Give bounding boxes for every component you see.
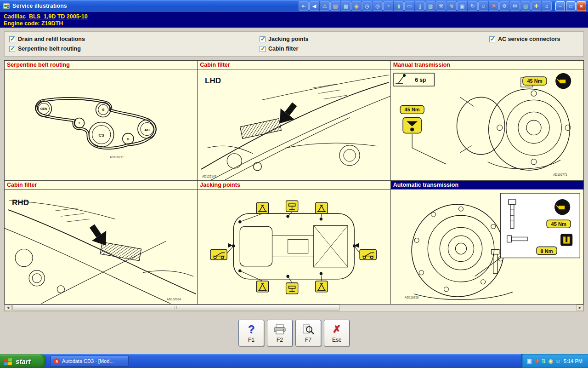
scrollbar-track[interactable] xyxy=(11,305,577,311)
belt-diagram: GEN G T CS G AC AD100771 xyxy=(5,69,197,180)
filter-ac-service-connectors[interactable]: AC service connectors xyxy=(489,36,579,42)
volume-icon[interactable]: ◉ xyxy=(548,358,553,364)
plus-icon[interactable]: ✚ xyxy=(531,1,541,11)
flag-icon[interactable]: ⚑ xyxy=(489,1,499,11)
filter-label: Jacking points xyxy=(268,36,309,42)
shield-icon[interactable]: ✚ xyxy=(534,358,539,364)
filter-label: Cabin filter xyxy=(268,46,298,52)
filter-cabin-filter[interactable]: Cabin filter xyxy=(260,46,489,52)
torque-badge: 8 Nm xyxy=(540,248,553,254)
start-label: start xyxy=(16,357,31,365)
filter-jacking-points[interactable]: Jacking points xyxy=(260,36,489,42)
checkbox-icon[interactable] xyxy=(9,36,15,42)
panel-title: Automatic transmission xyxy=(391,181,583,190)
panel-automatic-transmission[interactable]: Automatic transmission xyxy=(391,181,583,304)
title-bar: Service illustrations ⇤◀⚠▤▦◉◷◎◔▮▭▯▥⚒↯▣↻☺… xyxy=(0,0,588,12)
document-icon[interactable]: ▯ xyxy=(415,1,425,11)
cabin-filter-rhd-illustration[interactable]: RHD xyxy=(5,190,197,304)
windows-flag-icon xyxy=(4,357,13,365)
pulley-label-cs: CS xyxy=(98,133,104,138)
torque-badge: 45 Nm xyxy=(527,78,542,84)
cabin-filter-lhd-illustration[interactable]: LHD xyxy=(198,69,390,180)
gauge-icon[interactable]: ◷ xyxy=(362,1,372,11)
jacking-points-illustration[interactable] xyxy=(198,190,390,304)
panel-title: Manual transmission xyxy=(391,61,583,69)
autodata-icon: a xyxy=(54,358,60,364)
windows-taskbar: start a Autodata CD3 - [Mod... ▣✚⇅◉☺ 5:1… xyxy=(0,354,588,368)
wheel-icon[interactable]: ◎ xyxy=(373,1,383,11)
illustration-code: AD100771 xyxy=(110,155,124,159)
illustration-code: AD100094 xyxy=(167,298,181,301)
pulley-label-t: T xyxy=(78,121,80,125)
scroll-left-button[interactable]: ◀ xyxy=(5,305,11,311)
messenger-icon[interactable]: ☺ xyxy=(555,358,561,364)
wiring-icon[interactable]: ↯ xyxy=(447,1,457,11)
system-tray: ▣✚⇅◉☺ 5:14 PM xyxy=(521,354,588,368)
pulley-label-ac: AC xyxy=(144,128,150,132)
panel-serpentine-belt-routing[interactable]: Serpentine belt routing xyxy=(5,61,197,180)
mail-icon[interactable]: ✉ xyxy=(510,1,520,11)
illustration-filter-bar: Drain and refill locations Serpentine be… xyxy=(4,31,584,57)
minimize-button[interactable]: ─ xyxy=(555,1,565,11)
manuals-icon[interactable]: ▤ xyxy=(330,1,340,11)
nav-first-icon[interactable]: ⇤ xyxy=(299,1,309,11)
automatic-transmission-illustration[interactable]: 45 Nm 8 Nm AD116956 xyxy=(391,190,583,304)
network-icon[interactable]: ⇅ xyxy=(541,358,546,364)
maximize-button[interactable]: □ xyxy=(566,1,576,11)
filter-label: Serpentine belt routing xyxy=(18,46,81,52)
variant-label: RHD xyxy=(12,198,29,207)
zoom-f7-button[interactable]: F7 xyxy=(295,320,321,346)
gears-icon[interactable]: ⚙ xyxy=(499,1,509,11)
function-key-bar: ? F1 F2 F7 xyxy=(0,311,588,354)
clock: 5:14 PM xyxy=(564,358,582,364)
warning-triangle-icon[interactable]: ⚠ xyxy=(320,1,330,11)
belt-illustration[interactable]: GEN G T CS G AC AD100771 xyxy=(5,69,197,180)
checkbox-icon[interactable] xyxy=(9,46,15,52)
illustration-icon[interactable]: ▦ xyxy=(341,1,351,11)
escape-button[interactable]: ✗ Esc xyxy=(324,320,350,346)
checkbox-icon[interactable] xyxy=(489,36,495,42)
panel-cabin-filter-lhd[interactable]: Cabin filter LHD xyxy=(198,61,390,180)
chip-icon[interactable]: ▤ xyxy=(520,1,531,11)
key-label: F1 xyxy=(248,337,254,343)
display-icon[interactable]: ▣ xyxy=(527,358,532,364)
taskbar-item-autodata[interactable]: a Autodata CD3 - [Mod... xyxy=(51,356,129,367)
user-icon[interactable]: ☺ xyxy=(478,1,488,11)
panel-title: Jacking points xyxy=(198,181,390,190)
horizontal-scrollbar[interactable]: ◀ ▶ xyxy=(4,305,584,311)
filter-serpentine-belt[interactable]: Serpentine belt routing xyxy=(9,46,260,52)
nav-back-icon[interactable]: ◀ xyxy=(309,1,319,11)
clock-icon[interactable]: ◔ xyxy=(383,1,393,11)
tools-icon[interactable]: ⚒ xyxy=(436,1,446,11)
engine-icon[interactable]: ▭ xyxy=(404,1,414,11)
close-button[interactable]: ✕ xyxy=(577,1,586,11)
service-illustrations-window: Service illustrations ⇤◀⚠▤▦◉◷◎◔▮▭▯▥⚒↯▣↻☺… xyxy=(0,0,588,368)
home-icon[interactable]: ⌂ xyxy=(542,1,552,11)
panel-manual-transmission[interactable]: Manual transmission 6 sp xyxy=(391,61,583,180)
monitor-icon[interactable]: ▣ xyxy=(457,1,467,11)
checkbox-icon[interactable] xyxy=(260,46,266,52)
filter-drain-and-refill[interactable]: Drain and refill locations xyxy=(9,36,260,42)
print-f2-button[interactable]: F2 xyxy=(267,320,293,346)
filter-label: Drain and refill locations xyxy=(18,36,85,42)
battery-icon[interactable]: ▮ xyxy=(394,1,404,11)
vehicle-model: Cadillac BLS 1,9D TD 2005-10 xyxy=(4,13,584,20)
help-f1-button[interactable]: ? F1 xyxy=(238,320,264,346)
manual-transmission-illustration[interactable]: 6 sp 45 Nm xyxy=(391,69,583,180)
illustration-code: AD116956 xyxy=(405,296,419,299)
pulley-label-g2: G xyxy=(127,138,130,141)
scroll-right-button[interactable]: ▶ xyxy=(577,305,583,311)
refresh-icon[interactable]: ↻ xyxy=(468,1,478,11)
checkbox-icon[interactable] xyxy=(260,36,266,42)
jacking-points-diagram xyxy=(198,190,390,304)
panel-jacking-points[interactable]: Jacking points xyxy=(198,181,390,304)
panel-cabin-filter-rhd[interactable]: Cabin filter RHD xyxy=(5,181,197,304)
coin-icon[interactable]: ◉ xyxy=(351,1,362,11)
pulley-label-g1: G xyxy=(102,108,105,111)
service-grid-icon[interactable]: ▥ xyxy=(425,1,435,11)
plug-icon xyxy=(560,234,572,246)
start-button[interactable]: start xyxy=(0,354,46,368)
app-icon xyxy=(3,2,10,10)
scrollbar-thumb[interactable] xyxy=(12,305,340,310)
torque-badge: 45 Nm xyxy=(404,107,419,112)
